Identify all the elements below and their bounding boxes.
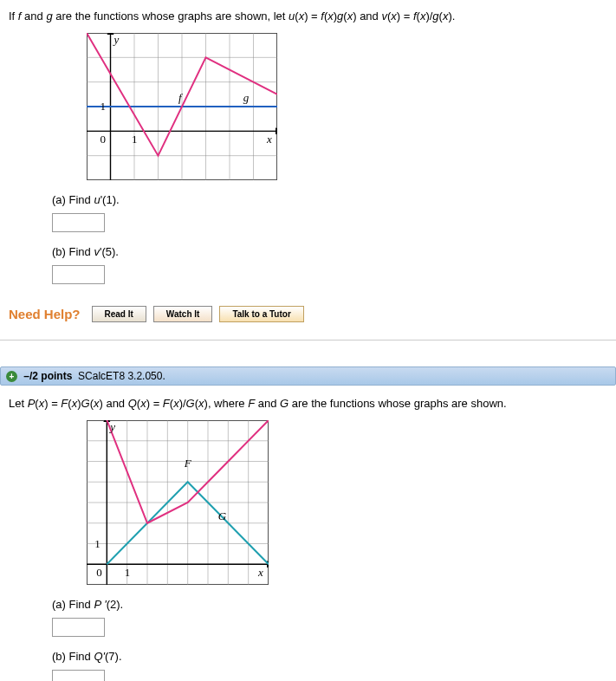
- talk-to-tutor-button[interactable]: Talk to a Tutor: [219, 306, 303, 322]
- q2-graph: yxFG101: [87, 420, 607, 585]
- q2-answer-b[interactable]: [52, 670, 105, 681]
- q1-answer-a[interactable]: [52, 213, 105, 232]
- svg-marker-19: [276, 128, 277, 135]
- q2-prompt: Let P(x) = F(x)G(x) and Q(x) = F(x)/G(x)…: [9, 396, 607, 412]
- svg-text:F: F: [184, 457, 192, 470]
- svg-text:0: 0: [101, 133, 107, 146]
- q1-part-a: (a) Find u'(1).: [52, 193, 607, 206]
- svg-marker-20: [107, 33, 114, 35]
- svg-text:0: 0: [96, 567, 101, 580]
- q2-reference: SCalcET8 3.2.050.: [78, 370, 165, 382]
- q1-part-b: (b) Find v'(5).: [52, 245, 607, 258]
- svg-text:g: g: [243, 91, 250, 104]
- read-it-button[interactable]: Read It: [92, 306, 146, 322]
- q2-points: –/2 points: [23, 370, 72, 382]
- q1-graph: yxfg101: [87, 33, 607, 180]
- svg-text:G: G: [218, 509, 227, 522]
- svg-text:1: 1: [101, 100, 107, 113]
- svg-text:1: 1: [132, 133, 138, 146]
- svg-text:1: 1: [125, 567, 131, 580]
- svg-text:y: y: [108, 420, 115, 433]
- q1-prompt: If f and g are the functions whose graph…: [9, 9, 607, 24]
- q2-answer-a[interactable]: [52, 618, 105, 637]
- q2-header: + –/2 points SCalcET8 3.2.050.: [0, 366, 616, 386]
- q1-answer-b[interactable]: [52, 265, 105, 284]
- svg-text:1: 1: [94, 537, 101, 550]
- need-help-label: Need Help?: [9, 307, 81, 321]
- svg-text:x: x: [266, 133, 272, 146]
- expand-icon[interactable]: +: [6, 371, 17, 382]
- watch-it-button[interactable]: Watch It: [153, 306, 213, 322]
- need-help-row: Need Help? Read It Watch It Talk to a Tu…: [9, 306, 607, 322]
- svg-text:x: x: [257, 567, 263, 580]
- separator: [0, 340, 616, 340]
- svg-text:y: y: [113, 33, 120, 46]
- q2-part-a: (a) Find P '(2).: [52, 598, 607, 611]
- q2-part-b: (b) Find Q'(7).: [52, 650, 607, 663]
